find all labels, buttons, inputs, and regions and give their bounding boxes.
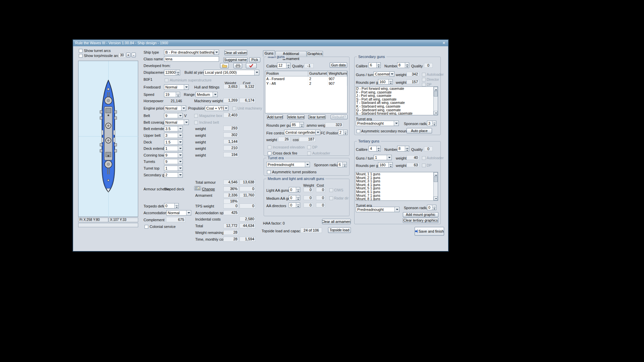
tertiary-sponson-radius-spinner[interactable]: 0 bbox=[427, 205, 436, 210]
spin-down-button[interactable] bbox=[296, 190, 300, 192]
close-icon[interactable]: ✕ bbox=[442, 40, 445, 46]
spin-down-button[interactable] bbox=[176, 73, 180, 75]
spin-down-button[interactable] bbox=[376, 65, 380, 68]
spin-up-button[interactable] bbox=[376, 146, 380, 149]
armour-scheme-picture-button[interactable] bbox=[194, 186, 201, 190]
chevron-down-icon[interactable] bbox=[178, 173, 182, 177]
spin-up-button[interactable] bbox=[432, 121, 436, 123]
list-item[interactable]: E - Starboard forward wing, casemate bbox=[356, 112, 438, 115]
secondary-calibre-spinner[interactable]: 6 bbox=[369, 62, 381, 68]
chevron-down-icon[interactable] bbox=[315, 130, 320, 135]
belt-select[interactable]: 9 bbox=[164, 113, 183, 118]
spin-down-button[interactable] bbox=[432, 207, 436, 210]
chevron-down-icon[interactable] bbox=[305, 162, 310, 167]
secondary-guns-turret-select[interactable]: Casemat bbox=[374, 71, 394, 77]
add-mount-graphic-button[interactable]: Add mount graphic bbox=[403, 212, 438, 217]
clear-turrets-button[interactable]: Clear turrets bbox=[308, 115, 326, 119]
chevron-down-icon[interactable] bbox=[213, 92, 217, 97]
asymmetric-turret-positions-checkbox[interactable]: Asymmetric turret positions bbox=[267, 170, 317, 174]
chevron-down-icon[interactable] bbox=[181, 106, 186, 111]
spin-up-button[interactable] bbox=[296, 187, 300, 190]
spin-up-button[interactable] bbox=[300, 122, 304, 125]
chevron-down-icon[interactable] bbox=[184, 120, 189, 125]
show-turret-arcs-checkbox[interactable]: Show turret arcs bbox=[79, 49, 111, 53]
spin-down-button[interactable] bbox=[174, 206, 178, 208]
tertiary-mounts-listbox[interactable]: Mount, 1 1 guns Mount, 2 1 guns Mount, 3… bbox=[355, 172, 438, 201]
spin-up-button[interactable] bbox=[388, 79, 392, 82]
title-bar[interactable]: Rule the Waves III - Version 1.00.84 - S… bbox=[73, 40, 448, 46]
secondary-guns-armour-select[interactable]: 2 bbox=[164, 172, 183, 178]
turret-row[interactable]: Y - Aft 2 907 bbox=[265, 81, 347, 86]
speed-spinner[interactable]: 19 bbox=[164, 92, 180, 97]
class-name-input[interactable]: lena bbox=[164, 56, 219, 62]
main-turret-era-select[interactable]: Predreadnought bbox=[266, 162, 310, 167]
show-torp-arcs-checkbox[interactable]: Show torp/missile arcs bbox=[79, 54, 121, 58]
auto-place-button[interactable]: Auto place bbox=[407, 128, 432, 133]
spin-down-button[interactable] bbox=[296, 198, 300, 200]
belt-coverage-select[interactable]: Normal bbox=[164, 120, 189, 125]
colonial-service-checkbox[interactable]: Colonial service bbox=[145, 225, 176, 229]
spin-up-button[interactable] bbox=[286, 63, 290, 66]
confirm-button[interactable] bbox=[246, 63, 257, 68]
spin-down-button[interactable] bbox=[388, 165, 392, 167]
spin-up-button[interactable] bbox=[342, 162, 346, 165]
chevron-down-icon[interactable] bbox=[178, 140, 182, 144]
suggest-name-button[interactable]: Suggest name bbox=[223, 57, 248, 62]
chevron-down-icon[interactable] bbox=[178, 153, 182, 158]
spin-down-button[interactable] bbox=[343, 132, 347, 135]
spin-up-button[interactable] bbox=[405, 146, 409, 149]
tertiary-turret-era-select[interactable]: Predreadnought bbox=[356, 207, 399, 212]
spin-down-button[interactable] bbox=[176, 95, 180, 97]
tab-graphics[interactable]: Graphics bbox=[307, 51, 323, 56]
gun-data-button[interactable]: Gun data bbox=[330, 62, 347, 68]
spin-down-button[interactable] bbox=[432, 123, 436, 126]
scroll-down-icon[interactable] bbox=[434, 196, 438, 200]
tertiary-calibre-spinner[interactable]: 4 bbox=[369, 146, 381, 152]
scrollbar[interactable] bbox=[433, 172, 438, 200]
chevron-down-icon[interactable] bbox=[178, 133, 182, 138]
main-sponson-radius-spinner[interactable]: 6 bbox=[337, 162, 347, 167]
turret-row[interactable]: A - Forward 2 907 bbox=[265, 76, 347, 81]
chevron-down-icon[interactable] bbox=[178, 166, 182, 171]
list-item[interactable]: K - Starboard wing, casemate bbox=[356, 105, 438, 109]
spin-up-button[interactable] bbox=[405, 63, 409, 65]
accomodation-select[interactable]: Normal bbox=[166, 210, 191, 216]
list-item[interactable]: Mount, 6 1 guns bbox=[356, 190, 438, 194]
chevron-down-icon[interactable] bbox=[389, 72, 394, 76]
scroll-down-icon[interactable] bbox=[434, 111, 438, 115]
spin-down-button[interactable] bbox=[388, 82, 392, 84]
scroll-up-icon[interactable] bbox=[434, 87, 438, 91]
chevron-down-icon[interactable] bbox=[394, 207, 399, 212]
chevron-down-icon[interactable] bbox=[178, 159, 182, 164]
medium-aa-spinner[interactable]: 0 bbox=[289, 195, 300, 200]
scrollbar[interactable] bbox=[433, 87, 438, 115]
aa-directors-spinner[interactable]: 0 bbox=[289, 202, 300, 208]
conning-tower-select[interactable]: 9 bbox=[164, 153, 183, 158]
main-rounds-spinner[interactable]: 85 bbox=[290, 122, 304, 127]
scroll-thumb[interactable] bbox=[434, 177, 438, 182]
secondary-mounts-listbox[interactable]: D - Port forward wing, casemate F - Port… bbox=[355, 86, 438, 115]
tertiary-number-spinner[interactable]: 8 bbox=[397, 146, 409, 152]
spin-down-button[interactable] bbox=[376, 149, 380, 152]
deck-extended-select[interactable]: 1 bbox=[164, 146, 183, 151]
tab-guns[interactable]: Guns bbox=[263, 50, 275, 57]
chevron-down-icon[interactable] bbox=[387, 155, 391, 160]
ship-type-select[interactable]: B - Pre dreadnought battleship bbox=[164, 50, 219, 55]
freeboard-select[interactable]: Normal bbox=[164, 84, 189, 90]
propulsion-select[interactable]: Coal + VTE bbox=[205, 106, 228, 111]
turret-top-select[interactable]: 1 bbox=[164, 166, 183, 171]
add-turret-button[interactable]: Add turret bbox=[267, 115, 283, 119]
armour-scheme-change-link[interactable]: Change bbox=[202, 187, 215, 191]
save-and-finish-button[interactable]: Save and finish bbox=[415, 227, 444, 236]
chevron-down-icon[interactable] bbox=[186, 210, 191, 215]
spin-up-button[interactable] bbox=[296, 203, 300, 205]
spin-up-button[interactable] bbox=[432, 205, 436, 207]
spin-up-button[interactable] bbox=[174, 203, 178, 206]
engine-priority-select[interactable]: Normal bbox=[164, 106, 186, 111]
ship-design-canvas[interactable] bbox=[78, 61, 138, 217]
clear-tertiary-graphics-button[interactable]: Clear tertiary graphics bbox=[403, 218, 438, 223]
spin-down-button[interactable] bbox=[405, 149, 409, 152]
spin-up-button[interactable] bbox=[388, 163, 392, 165]
chevron-down-icon[interactable] bbox=[184, 85, 189, 89]
list-item[interactable]: Mount, 8 1 guns bbox=[356, 197, 438, 201]
